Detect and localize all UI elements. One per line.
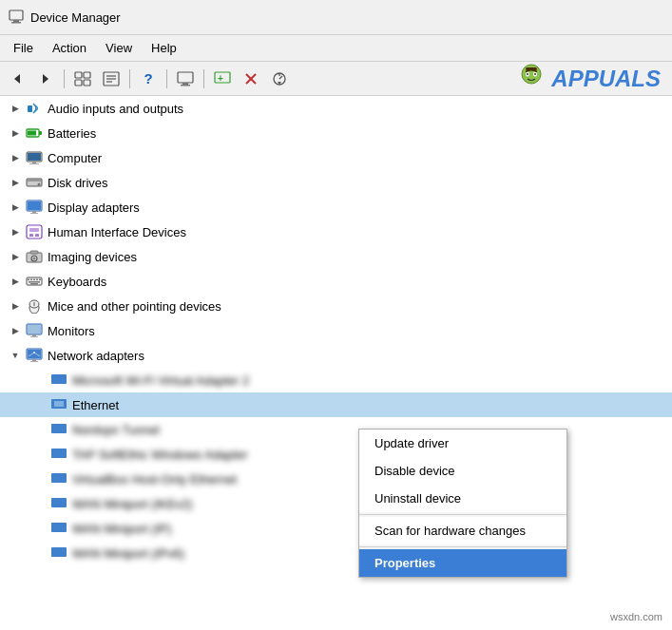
context-menu-properties[interactable]: Properties	[359, 549, 566, 577]
tree-label-sub-7: WAN Miniport (IP)	[72, 522, 171, 536]
expander-hid[interactable]: ▶	[8, 224, 23, 239]
svg-rect-79	[51, 424, 67, 433]
tree-item-imaging[interactable]: ▶ Imaging devices	[0, 244, 672, 269]
toolbar-sep-3	[166, 69, 167, 88]
scan-hardware-button[interactable]	[266, 67, 293, 91]
tree-label-mice: Mice and other pointing devices	[48, 299, 221, 314]
svg-rect-8	[84, 80, 90, 86]
svg-marker-3	[14, 74, 20, 84]
menu-view[interactable]: View	[96, 38, 142, 58]
expander-computer[interactable]: ▶	[8, 150, 23, 165]
svg-rect-67	[32, 334, 36, 336]
expander-imaging[interactable]: ▶	[8, 249, 23, 264]
tree-item-audio[interactable]: ▶ Audio inputs and outputs	[0, 96, 672, 121]
mouse-icon	[25, 298, 44, 314]
expander-keyboards[interactable]: ▶	[8, 274, 23, 289]
svg-rect-83	[51, 523, 67, 532]
tree-item-batteries[interactable]: ▶ Batteries	[0, 121, 672, 145]
svg-rect-6	[84, 72, 90, 78]
toolbar-sep-2	[129, 69, 130, 88]
tree-item-disk[interactable]: ▶ Disk drives	[0, 170, 672, 195]
watermark: APPUALS	[515, 63, 668, 95]
keyboard-icon	[25, 274, 44, 289]
back-button[interactable]	[4, 67, 30, 91]
network-sub-icon-4	[49, 447, 68, 462]
title-bar-icon	[8, 9, 25, 26]
svg-point-28	[527, 73, 528, 75]
menu-action[interactable]: Action	[43, 38, 96, 58]
tree-item-sub-6[interactable]: WAN Miniport (IKEv2)	[0, 491, 672, 516]
remove-button[interactable]	[238, 67, 264, 91]
tree-label-sub-3: Nordvpn Tunnel	[72, 423, 160, 437]
watermark-character-icon	[515, 63, 547, 95]
expander-network[interactable]: ▼	[8, 348, 23, 363]
svg-rect-71	[32, 359, 36, 361]
tree-item-sub-1[interactable]: Microsoft Wi-Fi Virtual Adapter 2	[0, 368, 672, 392]
svg-rect-78	[54, 401, 64, 407]
context-menu-scan[interactable]: Scan for hardware changes	[359, 517, 566, 544]
tree-item-computer[interactable]: ▶ Computer	[0, 145, 672, 170]
svg-rect-13	[178, 72, 193, 83]
toolbar-sep-1	[64, 69, 65, 88]
tree-item-sub-7[interactable]: WAN Miniport (IP)	[0, 516, 672, 541]
svg-point-75	[33, 352, 35, 353]
tree-label-sub-5: VirtualBox Host-Only Ethernet	[72, 472, 237, 487]
tree-item-sub-3[interactable]: Nordvpn Tunnel	[0, 417, 672, 442]
svg-rect-49	[35, 234, 39, 237]
network-sub-icon-1	[49, 372, 68, 388]
menu-help[interactable]: Help	[142, 38, 186, 58]
disk-icon	[25, 175, 44, 190]
tree-item-hid[interactable]: ▶ Human Interface Devices	[0, 220, 672, 244]
tree-item-monitors[interactable]: ▶ Monitors	[0, 318, 672, 343]
toolbar-sep-4	[203, 69, 204, 88]
svg-line-23	[279, 76, 282, 79]
network-icon	[25, 348, 44, 363]
context-menu: Update driver Disable device Uninstall d…	[358, 429, 567, 578]
context-menu-update[interactable]: Update driver	[359, 430, 566, 457]
network-sub-icon-8	[49, 545, 68, 561]
svg-rect-14	[182, 83, 188, 85]
svg-rect-70	[28, 350, 41, 358]
menu-file[interactable]: File	[4, 38, 43, 58]
svg-rect-55	[28, 279, 29, 281]
svg-rect-81	[51, 473, 67, 483]
expander-display[interactable]: ▶	[8, 200, 23, 215]
svg-rect-66	[28, 325, 41, 334]
tree-label-sub-4: TAP SoftEthic Windows Adapter	[72, 448, 248, 462]
expander-mice[interactable]: ▶	[8, 298, 23, 314]
svg-rect-57	[33, 279, 35, 281]
expander-audio[interactable]: ▶	[8, 101, 23, 116]
forward-button[interactable]	[32, 67, 59, 91]
context-menu-disable[interactable]: Disable device	[359, 457, 566, 485]
svg-point-29	[534, 73, 536, 75]
tree-content: ▶ Audio inputs and outputs ▶ Batteries ▶	[0, 96, 672, 630]
context-menu-uninstall[interactable]: Uninstall device	[359, 485, 566, 512]
view-button[interactable]	[69, 67, 96, 91]
tree-item-sub-8[interactable]: WAN Miniport (IPv6)	[0, 541, 672, 565]
svg-marker-4	[43, 74, 48, 84]
tree-label-ethernet-extra	[123, 398, 167, 411]
network-sub-icon-7	[49, 521, 68, 536]
svg-rect-0	[10, 10, 23, 20]
expander-batteries[interactable]: ▶	[8, 125, 23, 141]
properties-button[interactable]	[98, 67, 125, 91]
expander-monitors[interactable]: ▶	[8, 323, 23, 338]
network-sub-icon-5	[49, 471, 68, 487]
tree-item-network[interactable]: ▼ Network adapters	[0, 343, 672, 368]
tree-item-keyboards[interactable]: ▶ Keyboards	[0, 269, 672, 294]
add-device-button[interactable]: +	[209, 67, 236, 91]
tree-item-mice[interactable]: ▶ Mice and other pointing devices	[0, 294, 672, 318]
context-menu-separator	[359, 514, 566, 515]
tree-item-ethernet[interactable]: Ethernet	[0, 392, 672, 417]
expander-disk[interactable]: ▶	[8, 175, 23, 190]
tree-item-sub-5[interactable]: VirtualBox Host-Only Ethernet	[0, 467, 672, 491]
svg-point-41	[38, 183, 41, 186]
audio-icon	[25, 101, 44, 116]
tree-item-display[interactable]: ▶ Display adapters	[0, 195, 672, 220]
svg-rect-34	[28, 131, 36, 136]
svg-rect-38	[29, 163, 39, 164]
svg-rect-2	[11, 22, 21, 24]
tree-item-sub-4[interactable]: TAP SoftEthic Windows Adapter	[0, 442, 672, 467]
monitor-button[interactable]	[172, 67, 199, 91]
help-button[interactable]: ?	[135, 67, 162, 91]
